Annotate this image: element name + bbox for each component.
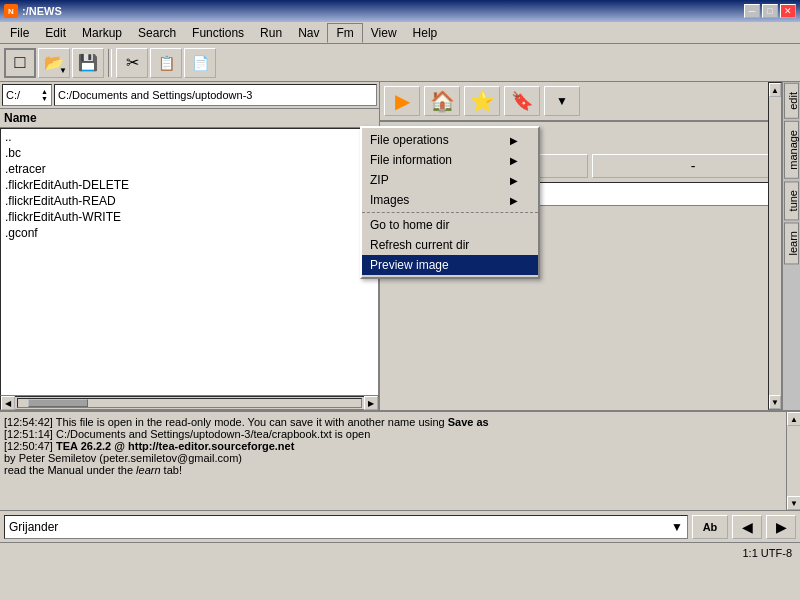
- submenu-arrow-icon: ▶: [510, 175, 518, 186]
- window-controls: ─ □ ✕: [744, 4, 796, 18]
- cut-button[interactable]: ✂: [116, 48, 148, 78]
- window-title: :/NEWS: [22, 5, 62, 17]
- menu-fm[interactable]: Fm: [327, 23, 362, 43]
- new-button[interactable]: □: [4, 48, 36, 78]
- log-line-5: read the Manual under the learn tab!: [4, 464, 796, 476]
- toolbar: □ 📂 ▼ 💾 ✂ 📋 📄: [0, 44, 800, 82]
- log-line-2: [12:51:14] C:/Documents and Settings/upt…: [4, 428, 796, 440]
- nav-area: ▶ 🏠 ⭐ 🔖 ▼: [380, 82, 800, 121]
- toolbar-separator-1: [108, 49, 112, 77]
- app-icon: N: [4, 4, 18, 18]
- menu-bar: File Edit Markup Search Functions Run Na…: [0, 22, 800, 44]
- log-scroll-down-button[interactable]: ▼: [787, 496, 800, 510]
- file-list[interactable]: .. .bc .etracer .flickrEditAuth-DELETE .…: [0, 128, 379, 396]
- status-text: 1:1 UTF-8: [742, 547, 792, 559]
- list-item[interactable]: .gconf: [1, 225, 378, 241]
- list-item[interactable]: ..: [1, 129, 378, 145]
- title-bar: N :/NEWS ─ □ ✕: [0, 0, 800, 22]
- menu-separator: [362, 212, 538, 213]
- list-item[interactable]: .etracer: [1, 161, 378, 177]
- submenu-arrow-icon: ▶: [510, 135, 518, 146]
- copy-button[interactable]: 📋: [150, 48, 182, 78]
- maximize-button[interactable]: □: [762, 4, 778, 18]
- drive-select[interactable]: C:/ ▲ ▼: [2, 84, 52, 106]
- prev-button[interactable]: ◀: [732, 515, 762, 539]
- status-bar: 1:1 UTF-8: [0, 542, 800, 562]
- list-item[interactable]: .flickrEditAuth-DELETE: [1, 177, 378, 193]
- menu-search[interactable]: Search: [130, 24, 184, 42]
- bookmark-remove-button[interactable]: -: [592, 154, 794, 178]
- file-list-header: Name: [0, 109, 379, 128]
- scroll-left-button[interactable]: ◀: [1, 396, 15, 410]
- menu-item-zip[interactable]: ZIP ▶: [362, 170, 538, 190]
- font-selector[interactable]: Grijander ▼: [4, 515, 688, 539]
- side-tab-manage[interactable]: manage: [784, 121, 799, 179]
- menu-help[interactable]: Help: [405, 24, 446, 42]
- fm-dropdown-menu: File operations ▶ File information ▶ ZIP…: [360, 126, 540, 279]
- path-bar: C:/ ▲ ▼ C:/Documents and Settings/uptodo…: [0, 82, 379, 109]
- title-bar-left: N :/NEWS: [4, 4, 62, 18]
- menu-item-go-home[interactable]: Go to home dir: [362, 215, 538, 235]
- path-input[interactable]: C:/Documents and Settings/uptodown-3: [54, 84, 377, 106]
- home-nav-button[interactable]: 🏠: [424, 86, 460, 116]
- back-nav-button[interactable]: ▶: [384, 86, 420, 116]
- menu-item-file-information[interactable]: File information ▶: [362, 150, 538, 170]
- search-text-icon: Ab: [703, 521, 718, 533]
- list-item[interactable]: .bc: [1, 145, 378, 161]
- log-line-1: [12:54:42] This file is open in the read…: [4, 416, 796, 428]
- log-scrollbar[interactable]: ▲ ▼: [786, 412, 800, 510]
- save-button[interactable]: 💾: [72, 48, 104, 78]
- right-scrollbar[interactable]: ▲ ▼: [768, 82, 782, 410]
- menu-markup[interactable]: Markup: [74, 24, 130, 42]
- list-item[interactable]: .flickrEditAuth-WRITE: [1, 209, 378, 225]
- open-button[interactable]: 📂 ▼: [38, 48, 70, 78]
- close-button[interactable]: ✕: [780, 4, 796, 18]
- side-tab-learn[interactable]: learn: [784, 222, 799, 264]
- submenu-arrow-icon: ▶: [510, 155, 518, 166]
- menu-file[interactable]: File: [2, 24, 37, 42]
- scroll-up-button[interactable]: ▲: [769, 83, 781, 97]
- horizontal-scrollbar[interactable]: ◀ ▶: [0, 396, 379, 410]
- bottom-bar: Grijander ▼ Ab ◀ ▶: [0, 510, 800, 542]
- prev-icon: ◀: [742, 519, 753, 535]
- drive-dropdown-icon: ▲ ▼: [41, 88, 48, 102]
- submenu-arrow-icon: ▶: [510, 195, 518, 206]
- menu-edit[interactable]: Edit: [37, 24, 74, 42]
- log-area: [12:54:42] This file is open in the read…: [0, 410, 800, 510]
- file-panel: C:/ ▲ ▼ C:/Documents and Settings/uptodo…: [0, 82, 380, 410]
- menu-functions[interactable]: Functions: [184, 24, 252, 42]
- menu-item-refresh[interactable]: Refresh current dir: [362, 235, 538, 255]
- menu-item-images[interactable]: Images ▶: [362, 190, 538, 210]
- side-tab-edit[interactable]: edit: [784, 83, 799, 119]
- side-tab-tune[interactable]: tune: [784, 181, 799, 220]
- minimize-button[interactable]: ─: [744, 4, 760, 18]
- log-scroll-up-button[interactable]: ▲: [787, 412, 800, 426]
- menu-run[interactable]: Run: [252, 24, 290, 42]
- nav-dropdown-button[interactable]: ▼: [544, 86, 580, 116]
- log-line-3: [12:50:47] TEA 26.2.2 @ http://tea-edito…: [4, 440, 796, 452]
- menu-item-preview-image[interactable]: Preview image: [362, 255, 538, 275]
- menu-nav[interactable]: Nav: [290, 24, 327, 42]
- bookmark-nav-button[interactable]: 🔖: [504, 86, 540, 116]
- side-tabs: edit manage tune learn: [782, 82, 800, 410]
- log-line-4: by Peter Semiletov (peter.semiletov@gmai…: [4, 452, 796, 464]
- font-name: Grijander: [9, 520, 58, 534]
- scroll-right-button[interactable]: ▶: [364, 396, 378, 410]
- font-dropdown-icon: ▼: [671, 520, 683, 534]
- next-button[interactable]: ▶: [766, 515, 796, 539]
- next-icon: ▶: [776, 519, 787, 535]
- menu-item-file-operations[interactable]: File operations ▶: [362, 130, 538, 150]
- scroll-down-button[interactable]: ▼: [769, 395, 781, 409]
- menu-view[interactable]: View: [363, 24, 405, 42]
- star-nav-button[interactable]: ⭐: [464, 86, 500, 116]
- list-item[interactable]: .flickrEditAuth-READ: [1, 193, 378, 209]
- paste-button[interactable]: 📄: [184, 48, 216, 78]
- search-button[interactable]: Ab: [692, 515, 728, 539]
